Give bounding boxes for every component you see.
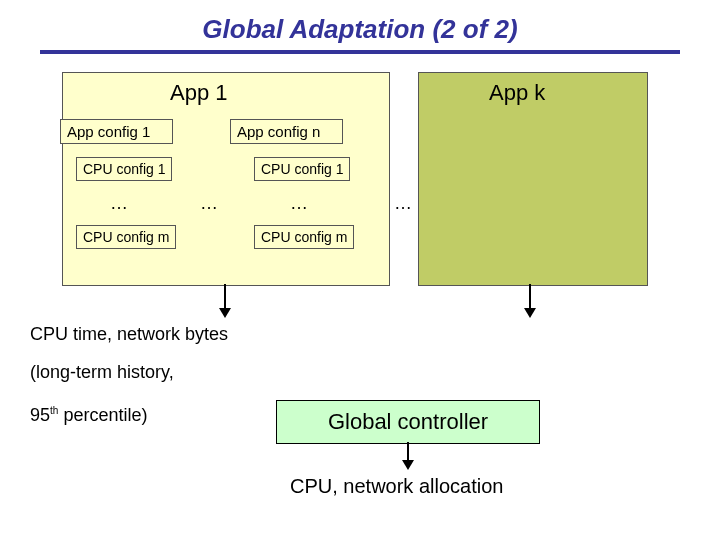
cpu-config-1-left: CPU config 1 <box>76 157 172 181</box>
arrow-appk-down <box>520 284 540 320</box>
output-text: CPU, network allocation <box>290 475 503 498</box>
cpu-config-1-right: CPU config 1 <box>254 157 350 181</box>
text-line-2: (long-term history, <box>30 362 174 383</box>
ellipsis-between-apps: … <box>394 193 412 214</box>
app-config-1: App config 1 <box>60 119 173 144</box>
text-line-1: CPU time, network bytes <box>30 324 228 345</box>
svg-marker-3 <box>524 308 536 318</box>
arrow-controller-down <box>398 442 418 472</box>
cpu-config-m-left: CPU config m <box>76 225 176 249</box>
ellipsis-between-configs: … <box>200 193 218 214</box>
global-controller-box: Global controller <box>276 400 540 444</box>
appk-label: App k <box>489 80 545 106</box>
app1-label: App 1 <box>170 80 228 106</box>
ellipsis-right-stack: … <box>290 193 308 214</box>
text-line-3: 95th percentile) <box>30 405 147 426</box>
arrow-app1-down <box>215 284 235 320</box>
global-controller-label: Global controller <box>328 409 488 435</box>
app-config-n: App config n <box>230 119 343 144</box>
svg-marker-1 <box>219 308 231 318</box>
title-rule <box>40 50 680 54</box>
cpu-config-m-right: CPU config m <box>254 225 354 249</box>
svg-marker-5 <box>402 460 414 470</box>
slide: Global Adaptation (2 of 2) App 1 App k A… <box>0 0 720 540</box>
slide-title: Global Adaptation (2 of 2) <box>0 14 720 45</box>
ellipsis-left-stack: … <box>110 193 128 214</box>
